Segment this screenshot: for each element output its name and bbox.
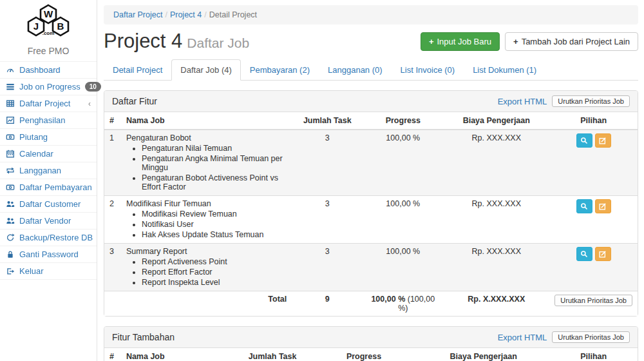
input-job-baru-button[interactable]: + Input Job Baru — [421, 32, 500, 51]
sidebar-item-keluar[interactable]: Keluar — [0, 262, 97, 280]
sub-task: Report Inspekta Level — [142, 278, 287, 287]
repeat-icon — [6, 166, 15, 175]
breadcrumb-current: Detail Project — [209, 10, 257, 19]
sub-task: Pengaturan Nilai Temuan — [142, 144, 287, 153]
sidebar-item-label: Dashboard — [19, 65, 61, 75]
col-jumlah-task: Jumlah Task — [292, 112, 363, 130]
jumlah-task-value: 3 — [292, 196, 363, 244]
lock-icon — [6, 250, 15, 259]
view-job-button[interactable] — [576, 133, 592, 148]
sub-task: Pengaturan Bobot Activeness Point vs Eff… — [142, 173, 287, 191]
total-cost: Rp. X.XXX.XXX — [443, 291, 549, 317]
panel-title: Fitur Tambahan — [112, 332, 175, 342]
table-icon — [6, 99, 15, 108]
sidebar-item-label: Daftar Pembayaran — [19, 182, 92, 192]
sidebar-item-label: Ganti Password — [19, 249, 79, 259]
sidebar-item-ganti-password[interactable]: Ganti Password — [0, 246, 97, 262]
sidebar-menu: Dashboard Job on Progress 10 Daftar Proj… — [0, 61, 97, 280]
sign-out-icon — [6, 267, 15, 275]
page-title: Project 4 — [104, 30, 182, 52]
sidebar-item-penghasilan[interactable]: Penghasilan — [0, 112, 97, 128]
panel-heading: Fitur Tambahan Export HTML Urutkan Prior… — [104, 327, 638, 348]
job-name: Pengaturan Bobot — [126, 133, 191, 142]
job-name-cell: Pengaturan Bobot Pengaturan Nilai Temuan… — [121, 130, 292, 196]
progress-value: 100,00 % — [363, 196, 443, 244]
col-biaya-pengerjaan: Biaya Pengerjaan — [417, 348, 549, 361]
edit-job-button[interactable] — [595, 247, 611, 261]
sidebar-item-daftar-customer[interactable]: Daftar Customer — [0, 195, 97, 212]
pilihan-cell — [549, 244, 638, 291]
edit-job-button[interactable] — [595, 199, 611, 213]
calendar-icon — [6, 150, 15, 158]
progress-value: 100,00 % — [363, 244, 443, 291]
sidebar-item-label: Calendar — [19, 149, 53, 159]
pilihan-cell — [549, 130, 638, 196]
pilihan-cell — [549, 196, 638, 244]
job-name: Summary Report — [126, 247, 187, 256]
empty-cell — [104, 291, 121, 317]
col-progress: Progress — [310, 348, 417, 361]
job-name-cell: Modifikasi Fitur Temuan Modifikasi Revie… — [121, 196, 292, 244]
brand-name: Free PMO — [0, 46, 97, 56]
fitur-tambahan-panel: Fitur Tambahan Export HTML Urutkan Prior… — [104, 326, 638, 361]
sidebar-item-piutang[interactable]: Piutang — [0, 128, 97, 145]
sub-task: Hak Akses Update Status Temuan — [142, 230, 287, 239]
tab-langganan[interactable]: Langganan (0) — [319, 59, 392, 81]
money-icon — [6, 133, 15, 141]
svg-text:W: W — [44, 8, 53, 19]
tab-list-invoice[interactable]: List Invoice (0) — [392, 59, 464, 81]
view-job-button[interactable] — [576, 199, 592, 213]
users-icon — [6, 217, 15, 225]
tab-list-dokumen[interactable]: List Dokumen (1) — [464, 59, 545, 81]
job-count-badge: 10 — [85, 82, 101, 92]
breadcrumb-daftar-project[interactable]: Daftar Project — [113, 10, 162, 19]
col-nama-job: Nama Job — [121, 112, 292, 130]
export-html-link[interactable]: Export HTML — [498, 97, 547, 106]
sidebar-item-label: Daftar Vendor — [19, 216, 71, 226]
urutkan-prioritas-job-button[interactable]: Urutkan Prioritas Job — [552, 95, 630, 107]
sidebar-item-langganan[interactable]: Langganan — [0, 162, 97, 179]
sidebar-item-daftar-project[interactable]: Daftar Project ‹ — [0, 95, 97, 112]
sidebar-item-daftar-pembayaran[interactable]: Daftar Pembayaran — [0, 179, 97, 195]
col-number: # — [104, 112, 121, 130]
table-header-row: # Nama Job Jumlah Task Progress Biaya Pe… — [104, 112, 638, 130]
sidebar-item-label: Daftar Customer — [19, 199, 80, 209]
sidebar-item-daftar-vendor[interactable]: Daftar Vendor — [0, 212, 97, 229]
svg-text:J: J — [33, 21, 39, 32]
plus-icon: + — [513, 37, 518, 46]
sidebar-item-calendar[interactable]: Calendar — [0, 145, 97, 162]
urutkan-prioritas-job-button[interactable]: Urutkan Prioritas Job — [552, 331, 630, 343]
view-job-button[interactable] — [576, 247, 592, 261]
urutkan-prioritas-job-button[interactable]: Urutkan Prioritas Job — [554, 295, 632, 306]
button-label: Input Job Baru — [437, 37, 491, 46]
chevron-left-icon: ‹ — [88, 99, 91, 108]
panel-heading: Daftar Fitur Export HTML Urutkan Priorit… — [104, 91, 638, 112]
sidebar-item-label: Piutang — [19, 132, 48, 142]
total-progress: 100,00 % (100,00 %) — [363, 291, 443, 317]
sidebar-item-backup-restore-db[interactable]: Backup/Restore DB — [0, 229, 97, 246]
breadcrumb-project-4[interactable]: Project 4 — [170, 10, 202, 19]
daftar-fitur-panel: Daftar Fitur Export HTML Urutkan Priorit… — [104, 90, 638, 317]
tab-daftar-job[interactable]: Daftar Job (4) — [171, 59, 240, 81]
sub-task: Pengaturan Angka Minimal Temuan per Ming… — [142, 154, 287, 172]
breadcrumb: Daftar Project/Project 4/Detail Project — [104, 5, 638, 24]
tab-pembayaran[interactable]: Pembayaran (2) — [241, 59, 319, 81]
row-number: 3 — [104, 244, 121, 291]
export-html-link[interactable]: Export HTML — [498, 333, 547, 342]
sidebar-item-label: Job on Progress — [19, 82, 80, 92]
job-sub-tasks: Pengaturan Nilai Temuan Pengaturan Angka… — [142, 144, 287, 191]
tab-detail-project[interactable]: Detail Project — [104, 59, 171, 81]
sidebar-item-job-on-progress[interactable]: Job on Progress 10 — [0, 78, 97, 95]
page-header: Project 4Daftar Job + Input Job Baru + T… — [104, 27, 638, 58]
sidebar-item-dashboard[interactable]: Dashboard — [0, 61, 97, 78]
total-tasks: 9 — [292, 291, 363, 317]
row-number: 2 — [104, 196, 121, 244]
edit-job-button[interactable] — [595, 133, 611, 148]
svg-text:B: B — [57, 21, 64, 32]
biaya-value: Rp. XXX.XXX — [443, 244, 549, 291]
table-header-row: # Nama Job Jumlah Task Progress Biaya Pe… — [104, 348, 638, 361]
tambah-job-dari-project-lain-button[interactable]: + Tambah Job dari Project Lain — [505, 32, 638, 51]
job-sub-tasks: Modifikasi Review Temuan Notifikasi User… — [142, 210, 287, 239]
button-label: Tambah Job dari Project Lain — [522, 37, 630, 46]
col-biaya-pengerjaan: Biaya Pengerjaan — [443, 112, 549, 130]
